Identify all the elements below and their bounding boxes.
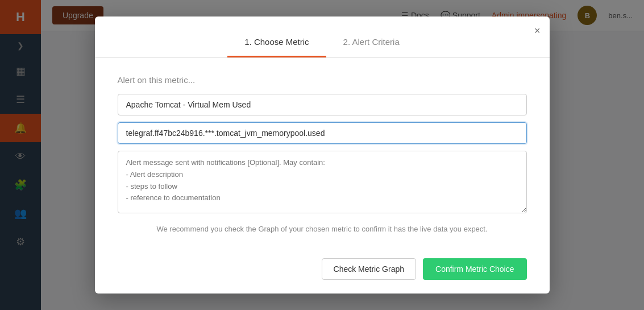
modal-tabs: 1. Choose Metric 2. Alert Criteria — [227, 28, 417, 57]
alert-on-metric-label: Alert on this metric... — [118, 75, 527, 85]
modal: 1. Choose Metric 2. Alert Criteria × Ale… — [95, 16, 550, 294]
tab-choose-metric[interactable]: 1. Choose Metric — [227, 28, 326, 57]
recommend-text: We recommend you check the Graph of your… — [118, 225, 527, 233]
modal-close-button[interactable]: × — [534, 26, 541, 36]
tab-alert-criteria[interactable]: 2. Alert Criteria — [326, 28, 417, 57]
modal-overlay: 1. Choose Metric 2. Alert Criteria × Ale… — [0, 0, 644, 310]
confirm-metric-choice-button[interactable]: Confirm Metric Choice — [423, 258, 526, 280]
metric-query-input[interactable] — [118, 122, 527, 144]
modal-divider — [95, 57, 550, 58]
modal-header: 1. Choose Metric 2. Alert Criteria × — [95, 16, 550, 57]
modal-footer: Check Metric Graph Confirm Metric Choice — [95, 258, 550, 294]
modal-body: Alert on this metric... We recommend you… — [95, 69, 550, 258]
metric-name-input[interactable] — [118, 94, 527, 115]
check-metric-graph-button[interactable]: Check Metric Graph — [322, 258, 416, 280]
alert-message-textarea[interactable] — [118, 151, 527, 213]
